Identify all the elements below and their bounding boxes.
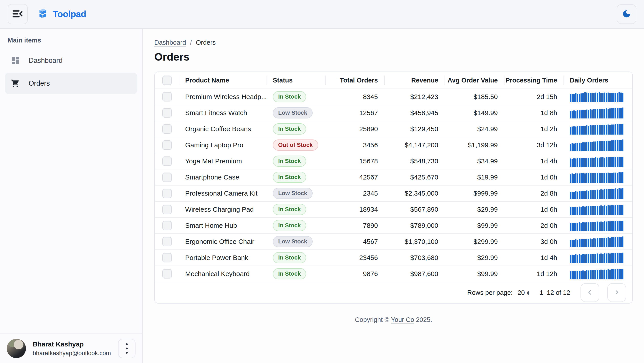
table-row: Portable Power BankIn Stock23456$703,680… [155,249,632,266]
select-all-checkbox[interactable] [162,75,172,85]
cell-total-orders: 15678 [326,153,384,169]
row-checkbox[interactable] [162,140,172,150]
table-pagination: Rows per page: 20 ▴▾ 1–12 of 12 [155,282,632,303]
cell-status: Low Stock [267,105,326,121]
header-select-all-cell [155,72,179,88]
sidebar-user-section: Bharat Kashyap bharatkashyap@outlook.com [0,334,142,363]
cell-product-name: Smart Fitness Watch [179,105,267,121]
row-checkbox[interactable] [162,92,172,101]
status-badge: In Stock [273,172,306,183]
cell-revenue: $789,000 [384,218,445,233]
cell-daily-orders [564,186,632,201]
collapse-sidebar-button[interactable] [8,4,28,24]
user-menu-button[interactable] [118,339,136,358]
rows-per-page-select[interactable]: 20 ▴▾ [518,289,529,296]
cell-avg-order-value: $185.50 [445,89,504,105]
row-checkbox[interactable] [162,253,172,262]
spinner-arrows-icon: ▴▾ [527,290,529,296]
row-select-cell [155,89,179,105]
cell-revenue: $987,600 [384,266,445,282]
cell-total-orders: 25890 [326,121,384,137]
column-header-product-name[interactable]: Product Name [179,72,267,88]
column-header-status[interactable]: Status [267,72,326,88]
cell-processing-time: 2d 15h [504,89,564,105]
next-page-button[interactable] [607,283,626,302]
row-checkbox[interactable] [162,269,172,279]
table-row: Organic Coffee BeansIn Stock25890$129,45… [155,121,632,137]
menu-open-icon [12,9,23,19]
table-row: Smartphone CaseIn Stock42567$425,670$19.… [155,169,632,185]
row-checkbox[interactable] [162,124,172,134]
cell-revenue: $212,423 [384,89,445,105]
cell-total-orders: 4567 [326,234,384,249]
cell-avg-order-value: $299.99 [445,234,504,249]
row-checkbox[interactable] [162,173,172,182]
row-checkbox[interactable] [162,205,172,214]
cell-total-orders: 18934 [326,202,384,217]
cell-processing-time: 2d 8h [504,186,564,201]
company-link[interactable]: Your Co [391,316,414,323]
table-row: Mechanical KeyboardIn Stock9876$987,600$… [155,266,632,282]
row-select-cell [155,169,179,185]
cell-processing-time: 1d 0h [504,169,564,185]
chevron-left-icon [586,289,593,296]
previous-page-button[interactable] [580,283,599,302]
breadcrumb: Dashboard / Orders [154,39,633,46]
breadcrumb-separator: / [190,39,192,46]
cell-product-name: Gaming Laptop Pro [179,137,267,153]
daily-orders-sparkline [570,268,624,279]
daily-orders-sparkline [570,188,624,199]
cell-product-name: Mechanical Keyboard [179,266,267,282]
breadcrumb-dashboard-link[interactable]: Dashboard [154,39,186,46]
cell-daily-orders [564,137,632,153]
cell-avg-order-value: $99.99 [445,266,504,282]
toolpad-logo-icon [37,8,48,20]
app-logo[interactable]: Toolpad [37,8,86,20]
cell-daily-orders [564,250,632,266]
copyright-footer: Copyright © Your Co 2025. [154,316,633,324]
cell-revenue: $4,147,200 [384,137,445,153]
cell-revenue: $2,345,000 [384,186,445,201]
moon-icon [622,9,631,19]
daily-orders-sparkline [570,107,624,118]
column-header-revenue[interactable]: Revenue [384,72,445,88]
orders-table: Product Name Status Total Orders Revenue… [154,71,633,304]
row-select-cell [155,266,179,282]
row-checkbox[interactable] [162,221,172,230]
user-email: bharatkashyap@outlook.com [33,350,111,357]
row-checkbox[interactable] [162,156,172,166]
sidebar: Main items Dashboard Orders Bharat Kashy… [0,29,143,363]
column-header-total-orders[interactable]: Total Orders [326,72,384,88]
user-name: Bharat Kashyap [33,341,111,348]
cell-daily-orders [564,121,632,137]
cell-status: In Stock [267,218,326,233]
column-header-daily-orders[interactable]: Daily Orders [564,72,632,88]
status-badge: In Stock [273,268,306,279]
cell-status: Low Stock [267,234,326,249]
status-badge: In Stock [273,204,306,215]
cell-total-orders: 2345 [326,186,384,201]
sidebar-item-orders[interactable]: Orders [5,73,137,94]
row-checkbox[interactable] [162,189,172,198]
cell-product-name: Smartphone Case [179,169,267,185]
cell-total-orders: 42567 [326,169,384,185]
row-checkbox[interactable] [162,237,172,246]
column-header-processing-time[interactable]: Processing Time [504,72,564,88]
sidebar-item-label: Orders [28,79,50,87]
cell-processing-time: 1d 4h [504,250,564,266]
cell-revenue: $548,730 [384,153,445,169]
status-badge: In Stock [273,91,306,102]
sidebar-item-dashboard[interactable]: Dashboard [5,50,137,71]
cell-total-orders: 7890 [326,218,384,233]
cell-status: In Stock [267,202,326,217]
cell-status: In Stock [267,250,326,266]
column-header-avg-order-value[interactable]: Avg Order Value [445,72,504,88]
table-row: Yoga Mat PremiumIn Stock15678$548,730$34… [155,153,632,169]
dashboard-grid-icon [11,56,20,65]
row-checkbox[interactable] [162,108,172,118]
cell-processing-time: 2d 0h [504,218,564,233]
cell-processing-time: 3d 12h [504,137,564,153]
theme-toggle-button[interactable] [617,4,636,24]
cell-status: In Stock [267,153,326,169]
cell-processing-time: 1d 2h [504,121,564,137]
